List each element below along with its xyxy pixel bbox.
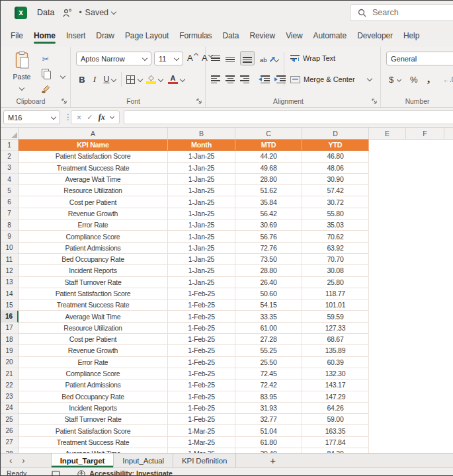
search-box[interactable] [350, 4, 453, 21]
table-cell[interactable]: 72.76 [235, 243, 302, 254]
table-cell[interactable]: 1-Mar-25 [168, 425, 235, 436]
table-cell[interactable]: 147.29 [302, 391, 369, 403]
table-cell[interactable]: 1-Jan-25 [168, 265, 235, 276]
table-cell[interactable]: 56.42 [235, 208, 302, 219]
table-cell[interactable]: 1-Feb-25 [168, 288, 235, 299]
table-cell[interactable]: 51.62 [235, 185, 302, 196]
table-cell[interactable]: 30.90 [302, 174, 369, 185]
bold-button[interactable]: B [77, 72, 87, 87]
table-cell[interactable]: Resource Utilization [19, 185, 168, 196]
table-cell[interactable]: 1-Mar-25 [168, 437, 235, 448]
font-color-chevron-icon[interactable] [181, 72, 185, 87]
orientation-chevron-icon[interactable] [274, 52, 278, 67]
accessibility-status[interactable]: Accessibility: Investigate [77, 468, 172, 476]
table-cell[interactable]: Patient Admissions [19, 243, 168, 254]
table-cell[interactable]: 25.80 [302, 277, 369, 288]
menu-tab-home[interactable]: Home [28, 24, 61, 47]
wrap-text-button[interactable]: Wrap Text [290, 54, 335, 62]
table-cell[interactable]: Error Rate [19, 219, 168, 231]
name-box[interactable]: M16 [3, 110, 60, 124]
excel-app-icon[interactable]: x [15, 7, 27, 19]
row-header-1[interactable]: 1 [1, 139, 19, 151]
cut-button[interactable]: ✂ [39, 52, 52, 65]
row-header-12[interactable]: 12 [1, 265, 19, 276]
table-cell[interactable]: 1-Jan-25 [168, 174, 235, 185]
menu-tab-developer[interactable]: Developer [352, 24, 398, 47]
table-cell[interactable]: 59.59 [302, 311, 369, 322]
table-cell[interactable]: 54.15 [235, 299, 302, 311]
row-header-9[interactable]: 9 [1, 231, 19, 242]
table-cell[interactable]: 32.77 [235, 414, 302, 425]
table-cell[interactable]: 83.95 [235, 391, 302, 403]
fill-color-button[interactable]: ◇ [146, 72, 156, 87]
table-cell[interactable]: Revenue Growth [19, 345, 168, 356]
align-left-button[interactable] [211, 72, 220, 87]
table-cell[interactable]: 1-Feb-25 [168, 391, 235, 403]
font-name-combo[interactable]: Aptos Narrow [76, 52, 151, 65]
column-header-A[interactable]: A [19, 128, 168, 139]
table-header-cell[interactable]: KPI Name [19, 139, 168, 151]
underline-chevron-icon[interactable] [112, 72, 116, 87]
table-cell[interactable]: Resource Utilization [19, 323, 168, 334]
row-header-27[interactable]: 27 [1, 437, 19, 448]
table-cell[interactable]: Compliance Score [19, 231, 168, 242]
table-cell[interactable]: 1-Feb-25 [168, 334, 235, 345]
table-cell[interactable]: 30.69 [235, 219, 302, 231]
table-cell[interactable]: 73.50 [235, 254, 302, 265]
table-cell[interactable]: 72.45 [235, 368, 302, 379]
table-cell[interactable]: 1-Feb-25 [168, 345, 235, 356]
middle-align-button[interactable] [226, 52, 235, 67]
table-cell[interactable]: Patient Satisfaction Score [19, 288, 168, 299]
table-cell[interactable]: Staff Turnover Rate [19, 277, 168, 288]
people-icon[interactable] [62, 9, 72, 17]
table-header-cell[interactable]: YTD [302, 139, 369, 151]
increase-font-button[interactable]: A [187, 53, 198, 63]
table-cell[interactable]: 1-Jan-25 [168, 277, 235, 288]
row-header-26[interactable]: 26 [1, 425, 19, 436]
comma-style-button[interactable]: , [427, 72, 430, 87]
table-cell[interactable]: 46.80 [302, 151, 369, 162]
table-cell[interactable]: 64.26 [302, 403, 369, 414]
table-cell[interactable]: 70.62 [302, 231, 369, 242]
enter-icon[interactable]: ✓ [87, 113, 93, 122]
table-cell[interactable]: 143.17 [302, 379, 369, 391]
fx-chevron-icon[interactable] [110, 114, 114, 119]
row-header-11[interactable]: 11 [1, 254, 19, 265]
table-cell[interactable]: 1-Feb-25 [168, 299, 235, 311]
table-cell[interactable]: 61.80 [235, 437, 302, 448]
table-cell[interactable]: 1-Feb-25 [168, 414, 235, 425]
row-header-2[interactable]: 2 [1, 151, 19, 162]
table-cell[interactable]: 59.00 [302, 414, 369, 425]
percent-button[interactable]: % [410, 72, 418, 87]
table-cell[interactable]: 68.67 [302, 334, 369, 345]
table-cell[interactable]: 29.40 [235, 448, 302, 453]
table-cell[interactable]: 57.42 [302, 185, 369, 196]
align-right-button[interactable] [240, 72, 249, 87]
table-cell[interactable]: 61.00 [235, 323, 302, 334]
cancel-icon[interactable]: × [77, 113, 81, 122]
table-cell[interactable]: 163.35 [302, 425, 369, 436]
row-header-21[interactable]: 21 [1, 368, 19, 379]
table-cell[interactable]: Staff Turnover Rate [19, 414, 168, 425]
select-all-corner[interactable] [1, 128, 19, 139]
table-cell[interactable]: Patient Satisfaction Score [19, 151, 168, 162]
table-cell[interactable]: 30.72 [302, 196, 369, 208]
search-input[interactable] [372, 8, 438, 17]
table-cell[interactable]: 60.39 [302, 357, 369, 368]
table-cell[interactable]: 1-Jan-25 [168, 254, 235, 265]
row-header-14[interactable]: 14 [1, 288, 19, 299]
currency-chevron-icon[interactable] [397, 72, 401, 87]
table-cell[interactable]: 1-Jan-25 [168, 151, 235, 162]
table-cell[interactable]: 1-Feb-25 [168, 368, 235, 379]
table-cell[interactable]: 1-Jan-25 [168, 219, 235, 231]
table-cell[interactable]: Average Wait Time [19, 448, 168, 453]
table-cell[interactable]: 1-Jan-25 [168, 208, 235, 219]
table-cell[interactable]: Patient Satisfaction Score [19, 425, 168, 436]
column-header-E[interactable]: E [369, 128, 406, 139]
menu-tab-help[interactable]: Help [398, 24, 425, 47]
row-header-8[interactable]: 8 [1, 219, 19, 231]
table-cell[interactable]: 101.01 [302, 299, 369, 311]
row-header-24[interactable]: 24 [1, 403, 19, 414]
table-cell[interactable]: 49.68 [235, 163, 302, 174]
fill-color-chevron-icon[interactable] [159, 72, 163, 87]
